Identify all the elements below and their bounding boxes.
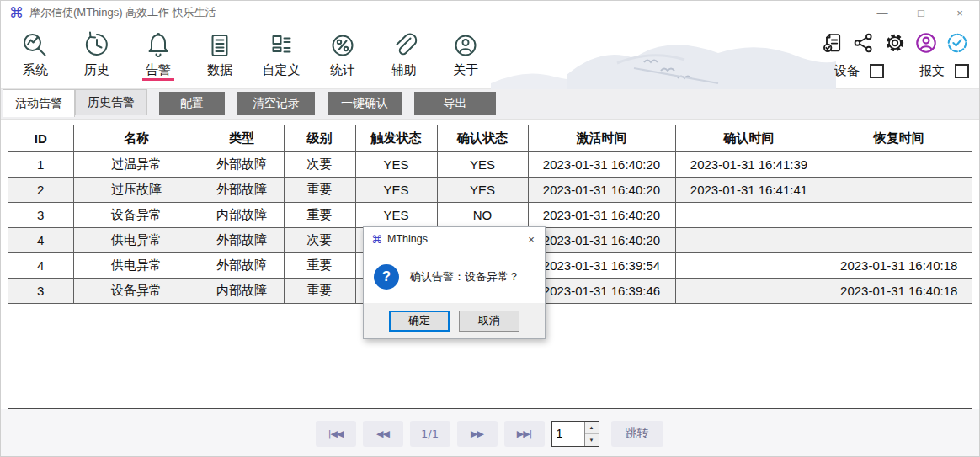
nav-item-label: 统计	[330, 62, 355, 77]
page-input[interactable]	[552, 422, 584, 446]
device-label: 设备	[834, 63, 860, 79]
paperclip-icon	[389, 30, 419, 61]
table-cell: 3	[8, 278, 73, 303]
dialog-body: ? 确认告警：设备异常？	[364, 251, 545, 303]
dialog-button-row: 确定 取消	[364, 303, 545, 338]
table-cell	[675, 202, 823, 227]
table-cell: YES	[437, 177, 528, 202]
table-cell: 外部故障	[200, 227, 284, 252]
nav-item-label: 关于	[453, 62, 478, 77]
tab-active-alarms[interactable]: 活动告警	[3, 89, 75, 117]
window-title: 摩尔信使(MThings) 高效工作 快乐生活	[29, 5, 216, 20]
tab-action-row: 活动告警 历史告警 配置 清空记录 一键确认 导出	[1, 89, 979, 120]
col-header-activate-time: 激活时间	[528, 125, 675, 151]
table-cell	[675, 278, 823, 303]
device-list-icon[interactable]	[821, 31, 844, 55]
nav-item-system[interactable]: 系统	[14, 28, 56, 81]
table-row[interactable]: 2过压故障外部故障重要YESYES2023-01-31 16:40:202023…	[8, 177, 972, 202]
jump-button[interactable]: 跳转	[611, 421, 663, 447]
table-cell	[675, 252, 823, 278]
nav-item-alarm[interactable]: 告警	[137, 28, 179, 81]
table-cell: YES	[355, 177, 437, 202]
first-page-button[interactable]: |◀◀	[316, 421, 356, 447]
col-header-type: 类型	[200, 125, 284, 151]
table-cell	[823, 202, 972, 227]
close-button[interactable]: ×	[940, 1, 979, 24]
prev-page-button[interactable]: ◀◀	[363, 421, 403, 447]
config-button[interactable]: 配置	[159, 92, 225, 115]
table-cell: 2023-01-31 16:39:54	[528, 252, 675, 278]
device-checkbox[interactable]	[870, 64, 884, 78]
table-cell: 重要	[284, 278, 355, 303]
table-header-row: ID 名称 类型 级别 触发状态 确认状态 激活时间 确认时间 恢复时间	[8, 125, 972, 151]
table-cell	[675, 227, 823, 252]
table-cell: 设备异常	[73, 278, 200, 303]
custom-layout-icon	[266, 30, 296, 61]
maximize-button[interactable]: □	[902, 1, 940, 24]
dialog-app-icon: ⌘	[371, 233, 382, 246]
dialog-close-icon[interactable]: ×	[518, 227, 545, 251]
settings-gear-icon[interactable]	[883, 31, 907, 55]
col-header-trigger-state: 触发状态	[355, 125, 437, 151]
table-cell: 重要	[284, 252, 355, 278]
next-page-button[interactable]: ▶▶	[457, 421, 498, 447]
table-cell: 供电异常	[73, 252, 200, 278]
col-header-confirm-time: 确认时间	[675, 125, 823, 151]
question-icon: ?	[374, 264, 399, 290]
verified-badge-icon[interactable]	[945, 31, 969, 55]
nav-item-stats[interactable]: 统计	[322, 28, 364, 81]
nav-item-aux[interactable]: 辅助	[383, 28, 425, 81]
tab-history-alarms[interactable]: 历史告警	[75, 89, 147, 115]
dialog-titlebar: ⌘ MThings ×	[364, 227, 545, 251]
table-row[interactable]: 1过温异常外部故障次要YESYES2023-01-31 16:40:202023…	[8, 151, 972, 177]
page-spinbox: ▲ ▼	[551, 421, 599, 447]
account-icon[interactable]	[914, 31, 938, 55]
table-cell: 2023-01-31 16:41:41	[675, 177, 823, 202]
spinner-up-icon[interactable]: ▲	[585, 422, 599, 434]
table-cell	[823, 151, 972, 177]
nav-item-custom[interactable]: 自定义	[260, 28, 302, 81]
nav-item-label: 系统	[23, 62, 48, 77]
share-icon[interactable]	[852, 31, 876, 55]
spinner-down-icon[interactable]: ▼	[585, 434, 599, 446]
table-cell: 重要	[284, 177, 355, 202]
table-cell: 2023-01-31 16:40:18	[823, 278, 972, 303]
table-cell: 内部故障	[200, 278, 284, 303]
table-cell: 2023-01-31 16:40:20	[528, 227, 675, 252]
last-page-button[interactable]: ▶▶|	[504, 421, 545, 447]
table-row[interactable]: 3设备异常内部故障重要YESNO2023-01-31 16:40:20	[8, 202, 972, 227]
nav-item-about[interactable]: 关于	[445, 28, 487, 81]
cancel-button[interactable]: 取消	[459, 311, 519, 332]
quickbar: 设备 报文	[821, 28, 969, 79]
nav-item-history[interactable]: 历史	[76, 28, 118, 81]
col-header-level: 级别	[284, 125, 355, 151]
table-cell: 过温异常	[73, 151, 200, 177]
clear-records-button[interactable]: 清空记录	[237, 92, 315, 115]
table-cell	[823, 227, 972, 252]
history-clock-icon	[82, 30, 112, 61]
minimize-button[interactable]: —	[863, 1, 902, 24]
nav-item-label: 数据	[207, 62, 232, 77]
titlebar: ⌘ 摩尔信使(MThings) 高效工作 快乐生活 — □ ×	[1, 1, 979, 24]
table-cell: 2023-01-31 16:40:20	[528, 202, 675, 227]
pager: |◀◀ ◀◀ 1/1 ▶▶ ▶▶| ▲ ▼ 跳转	[316, 421, 663, 447]
message-checkbox[interactable]	[955, 64, 969, 78]
dialog-title: MThings	[387, 233, 428, 245]
pager-strip: |◀◀ ◀◀ 1/1 ▶▶ ▶▶| ▲ ▼ 跳转	[1, 409, 979, 457]
col-header-recover-time: 恢复时间	[823, 125, 972, 151]
nav-item-data[interactable]: 数据	[199, 28, 241, 81]
dialog-message: 确认告警：设备异常？	[410, 269, 519, 284]
table-cell: YES	[437, 151, 528, 177]
app-logo-icon: ⌘	[9, 6, 24, 20]
ok-button[interactable]: 确定	[389, 311, 450, 332]
confirm-all-button[interactable]: 一键确认	[328, 92, 402, 115]
table-cell: 过压故障	[73, 177, 200, 202]
table-cell: 2023-01-31 16:41:39	[675, 151, 823, 177]
table-cell: 2023-01-31 16:39:46	[528, 278, 675, 303]
data-document-icon	[205, 30, 235, 61]
export-button[interactable]: 导出	[414, 92, 496, 115]
table-cell: 2023-01-31 16:40:20	[528, 177, 675, 202]
table-cell: YES	[355, 202, 437, 227]
table-cell: 2023-01-31 16:40:18	[823, 252, 972, 278]
table-cell: 1	[8, 151, 73, 177]
